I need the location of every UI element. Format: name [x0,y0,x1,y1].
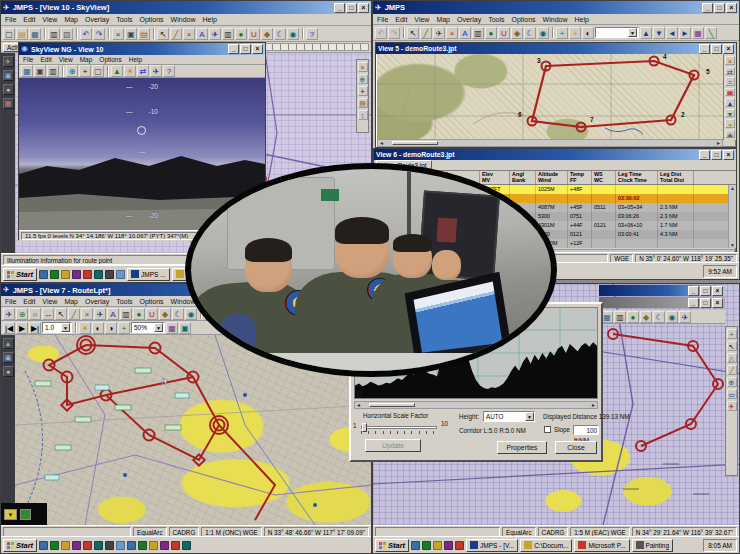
threat-icon[interactable]: U [498,27,510,39]
aircraft-icon[interactable]: ✈ [150,65,162,77]
label-icon[interactable]: A [196,28,208,40]
center-icon[interactable]: ⊕ [66,65,78,77]
save-icon[interactable]: ▦ [21,65,33,77]
column-header[interactable]: Leg DistTotal Dist [658,171,694,184]
scroll-right-icon[interactable]: ► [716,140,721,146]
menu-item-view[interactable]: View [42,298,57,305]
copy-icon[interactable]: ▣ [125,28,137,40]
maximize-button[interactable]: □ [240,44,251,54]
print-preview-icon[interactable]: ▧ [61,28,73,40]
menu-item-options[interactable]: Options [99,56,121,63]
grid-icon[interactable]: ▦ [3,98,14,109]
draw-icon[interactable]: ╱ [727,365,737,375]
zoom-icon[interactable]: ⊕ [727,377,737,387]
aircraft-icon[interactable]: ✈ [3,56,14,67]
new-icon[interactable]: ▢ [3,28,15,40]
scroll-thumb[interactable] [369,403,415,407]
contrast-icon[interactable]: ◐ [582,27,594,39]
undo-icon[interactable]: ↶ [375,27,387,39]
quicklaunch-icon[interactable] [455,541,464,550]
column-header[interactable]: AnglBank [510,171,536,184]
column-header[interactable]: AltitudeWind [536,171,568,184]
layers-icon[interactable]: ▣ [179,322,191,334]
globe-icon[interactable]: ● [485,27,497,39]
horizontal-scrollbar[interactable]: ◄► [377,139,723,147]
playback-speed-combo[interactable]: 1.0▼ [42,322,72,333]
close-button[interactable]: × [723,150,734,160]
point-icon[interactable]: ● [3,366,14,377]
title-bar-fragment[interactable]: _ □ × [599,285,725,296]
scroll-right-icon[interactable]: ► [591,402,596,408]
step-back-icon[interactable]: |◀ [3,322,15,334]
aircraft-icon[interactable]: ✈ [209,28,221,40]
redo-icon[interactable]: ↷ [388,27,400,39]
pan-icon[interactable]: ↔ [42,308,54,320]
open-icon[interactable]: ▤ [16,28,28,40]
globe-icon[interactable]: ● [133,308,145,320]
menu-item-file[interactable]: File [5,16,16,23]
zoom-icon[interactable]: ⊕ [358,74,368,84]
snapshot-icon[interactable]: ▢ [92,65,104,77]
terrain-icon[interactable]: ▲ [111,65,123,77]
night-mode-icon[interactable]: ☾ [274,28,286,40]
maximize-button[interactable]: □ [711,44,722,54]
delete-icon[interactable]: × [81,308,93,320]
title-bar[interactable]: View 6 - demoRoute3.jpt _ □ × [374,149,736,160]
menu-item-view[interactable]: View [59,56,73,63]
quicklaunch-icon[interactable] [83,541,92,550]
close-button[interactable]: × [723,44,734,54]
quicklaunch-icon[interactable] [39,541,48,550]
menu-item-map[interactable]: Map [64,298,78,305]
layers-icon[interactable]: = [725,77,735,86]
help-icon[interactable]: ? [306,28,318,40]
add-icon[interactable]: + [727,329,737,339]
package-icon[interactable]: ◆ [261,28,273,40]
print-icon[interactable]: ▥ [472,27,484,39]
taskbar-window-button[interactable]: C:\Docum... [520,539,572,552]
point-icon[interactable]: ● [725,119,735,128]
menu-item-overlay[interactable]: Overlay [85,298,109,305]
select-icon[interactable]: ↖ [407,27,419,39]
swap-icon[interactable]: ⇄ [725,67,735,76]
scroll-down-icon[interactable]: ▼ [729,242,736,248]
select-icon[interactable]: ↖ [157,28,169,40]
night-mode-icon[interactable]: ☾ [524,27,536,39]
zoom-level-combo[interactable]: 50%▼ [131,322,165,333]
left-icon[interactable]: ◄ [666,27,678,39]
quicklaunch-icon[interactable] [105,270,114,279]
menu-item-tools[interactable]: Tools [488,16,504,23]
quicklaunch-icon[interactable] [116,541,125,550]
menu-item-window[interactable]: Window [171,16,196,23]
view-icon[interactable]: ◉ [666,311,678,323]
pan-icon[interactable]: + [79,65,91,77]
globe-icon[interactable]: ● [627,311,639,323]
taskbar-window-button[interactable]: JMPS - [V... [466,539,518,552]
minimize-button[interactable]: _ [699,44,710,54]
title-bar[interactable]: ✈ JMPS _ □ × [373,1,739,14]
minimize-button[interactable]: _ [702,3,713,13]
menu-item-file[interactable]: File [23,56,33,63]
close-button[interactable]: × [712,286,723,296]
scroll-icon[interactable]: ↕ [358,110,368,120]
delete-icon[interactable]: × [725,56,735,65]
center-icon[interactable]: ⊕ [16,308,28,320]
help-icon[interactable]: ? [163,65,175,77]
print-icon[interactable]: ▥ [47,65,59,77]
add-icon[interactable]: + [556,27,568,39]
menu-item-file[interactable]: File [5,298,16,305]
menu-item-map[interactable]: Map [436,16,450,23]
list-icon[interactable]: ▤ [358,98,368,108]
column-header[interactable]: ElevMV [480,171,510,184]
menu-item-options[interactable]: Options [511,16,535,23]
print-map-icon[interactable]: ▥ [222,28,234,40]
minimize-button[interactable]: _ [699,150,710,160]
chevron-down-icon[interactable]: ▼ [628,28,637,37]
pan-icon[interactable]: + [358,86,368,96]
close-button[interactable]: × [252,44,263,54]
menu-item-edit[interactable]: Edit [395,16,407,23]
minimize-button[interactable]: _ [228,44,239,54]
quicklaunch-icon[interactable] [422,541,431,550]
quicklaunch-icon[interactable] [83,270,92,279]
threat-icon[interactable]: U [146,308,158,320]
menu-item-options[interactable]: Options [139,298,163,305]
